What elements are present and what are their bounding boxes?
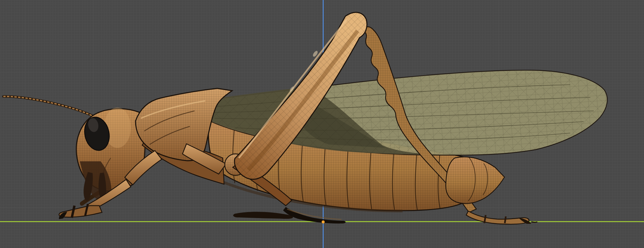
object-origin-dot[interactable] xyxy=(322,220,325,223)
antenna-segments xyxy=(3,96,102,121)
grasshopper-model[interactable] xyxy=(0,0,644,248)
claw-tip xyxy=(531,222,537,222)
middle-foot-far[interactable] xyxy=(233,212,293,219)
viewport-3d[interactable] xyxy=(0,0,644,248)
grasshopper-hind-tarsus[interactable] xyxy=(466,211,537,224)
hind-tarsus-shape xyxy=(466,211,529,224)
antenna-shaft xyxy=(3,96,102,121)
middle-foot[interactable] xyxy=(283,207,346,223)
front-tarsus xyxy=(59,206,102,217)
middle-tarsus xyxy=(283,207,346,223)
grasshopper-tail-cone[interactable] xyxy=(446,157,504,204)
